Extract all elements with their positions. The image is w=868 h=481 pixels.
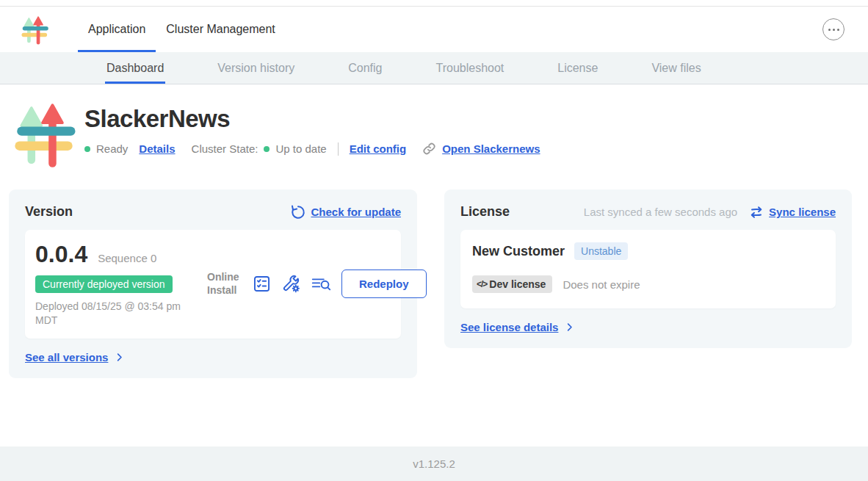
tab-version-history[interactable]: Version history <box>217 52 294 84</box>
version-card: Version Check for update <box>9 189 417 378</box>
app-footer: v1.125.2 <box>0 446 868 481</box>
chevron-right-icon <box>564 322 575 333</box>
file-search-icon[interactable] <box>311 274 332 294</box>
tab-application[interactable]: Application <box>78 7 156 52</box>
app-status-dot <box>84 146 90 152</box>
redeploy-button[interactable]: Redeploy <box>341 270 427 298</box>
version-row: 0.0.4 Sequence 0 Currently deployed vers… <box>35 241 392 328</box>
kebab-menu-icon[interactable] <box>822 18 845 40</box>
version-card-title: Version <box>25 204 73 220</box>
license-card-title: License <box>460 204 510 220</box>
app-head-block: SlackerNews Ready Details Cluster State:… <box>12 99 852 167</box>
code-icon: </> <box>477 279 487 289</box>
version-number: 0.0.4 <box>35 241 87 268</box>
version-actions: Online Install <box>207 270 427 298</box>
tab-cluster-management[interactable]: Cluster Management <box>156 7 286 52</box>
main-content: SlackerNews Ready Details Cluster State:… <box>0 84 868 446</box>
tab-view-files[interactable]: View files <box>651 52 701 84</box>
open-app-link[interactable]: Open Slackernews <box>442 142 540 155</box>
page-title: SlackerNews <box>84 105 540 133</box>
see-all-versions-link[interactable]: See all versions <box>25 351 108 364</box>
app-status-text: Ready <box>96 142 128 155</box>
license-meta-row: </> Dev license Does not expire <box>472 275 822 293</box>
app-logo-small-icon <box>21 13 48 46</box>
cluster-state-label: Cluster State: <box>192 142 258 155</box>
app-head-text: SlackerNews Ready Details Cluster State:… <box>84 99 540 167</box>
status-divider <box>338 142 339 156</box>
link-icon <box>422 142 436 156</box>
see-license-details[interactable]: See license details <box>460 321 836 333</box>
chevron-right-icon <box>114 352 125 363</box>
tab-license[interactable]: License <box>557 52 598 84</box>
see-all-versions[interactable]: See all versions <box>25 351 401 364</box>
tab-application-label: Application <box>88 23 145 36</box>
tab-dashboard[interactable]: Dashboard <box>106 52 164 84</box>
install-type-label: Online Install <box>207 271 242 297</box>
cluster-state-value: Up to date <box>275 142 326 155</box>
header-tabs: Application Cluster Management <box>78 7 286 52</box>
license-type-label: Dev license <box>489 278 546 290</box>
check-for-update[interactable]: Check for update <box>291 205 401 220</box>
console-version: v1.125.2 <box>413 458 455 470</box>
license-card: License Last synced a few seconds ago Sy… <box>444 189 852 348</box>
license-panel: New Customer Unstable </> Dev license Do… <box>460 230 836 308</box>
license-card-head: License Last synced a few seconds ago Sy… <box>460 204 836 220</box>
customer-name: New Customer <box>472 244 565 259</box>
version-number-row: 0.0.4 Sequence 0 <box>35 241 198 268</box>
last-synced-text: Last synced a few seconds ago <box>584 206 737 218</box>
license-expiry: Does not expire <box>563 278 640 291</box>
tab-config[interactable]: Config <box>348 52 382 84</box>
sync-license[interactable]: Sync license <box>749 205 836 220</box>
tab-troubleshoot[interactable]: Troubleshoot <box>435 52 504 84</box>
checklist-icon[interactable] <box>252 274 272 294</box>
app-subnav: Dashboard Version history Config Trouble… <box>0 52 868 84</box>
see-license-details-link[interactable]: See license details <box>460 321 558 333</box>
app-status-row: Ready Details Cluster State: Up to date … <box>84 142 540 156</box>
app-header: Application Cluster Management <box>0 7 868 52</box>
version-info: 0.0.4 Sequence 0 Currently deployed vers… <box>35 241 198 328</box>
header-spacer <box>286 7 822 52</box>
sync-license-link[interactable]: Sync license <box>769 206 836 218</box>
app-logo-large-icon <box>12 99 76 167</box>
tab-config-label: Config <box>348 62 382 75</box>
wrench-gear-icon[interactable] <box>281 274 301 294</box>
cluster-state-dot <box>264 146 270 152</box>
tab-dashboard-label: Dashboard <box>106 62 164 75</box>
tab-version-history-label: Version history <box>217 62 294 75</box>
version-sequence: Sequence 0 <box>98 252 156 264</box>
version-card-head: Version Check for update <box>25 204 401 220</box>
sync-icon <box>749 205 764 220</box>
edit-config-link[interactable]: Edit config <box>350 142 407 155</box>
check-for-update-link[interactable]: Check for update <box>311 206 401 218</box>
tab-view-files-label: View files <box>651 62 701 75</box>
deployed-badge: Currently deployed version <box>35 275 173 293</box>
license-type-badge: </> Dev license <box>472 275 552 293</box>
top-divider <box>0 0 868 7</box>
dashboard-cards: Version Check for update <box>9 189 852 378</box>
kots-admin-page: Application Cluster Management Dashboard… <box>0 0 868 481</box>
channel-badge: Unstable <box>574 242 628 260</box>
tab-license-label: License <box>557 62 598 75</box>
details-link[interactable]: Details <box>139 142 175 155</box>
tab-cluster-management-label: Cluster Management <box>166 23 275 36</box>
deployed-timestamp: Deployed 08/15/25 @ 03:54 pm MDT <box>35 300 193 328</box>
current-version-panel: 0.0.4 Sequence 0 Currently deployed vers… <box>25 230 401 339</box>
tab-troubleshoot-label: Troubleshoot <box>435 62 504 75</box>
refresh-icon <box>291 205 305 220</box>
customer-row: New Customer Unstable <box>472 242 822 260</box>
